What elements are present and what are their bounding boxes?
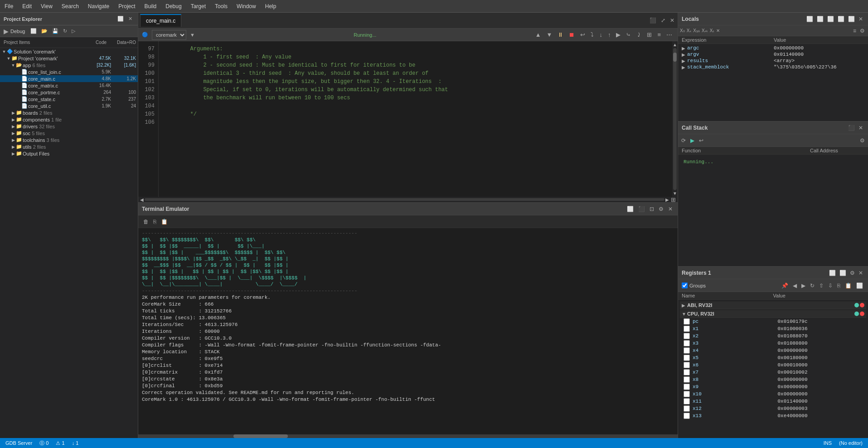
reg-row-x2[interactable]: x2 0x01088070 <box>680 332 866 340</box>
callstack-resume-btn[interactable]: ▶ <box>689 137 696 144</box>
locals-row-argv[interactable]: ▶ argv 0x01140000 <box>680 51 866 58</box>
terminal-icon2-btn[interactable]: ⬛ <box>637 205 646 213</box>
core-state-item[interactable]: 📄 core_state.c 2.7K 237 <box>0 96 138 102</box>
x6-checkbox[interactable] <box>684 362 690 368</box>
debug-settings-btn[interactable]: ▷ <box>70 27 77 35</box>
step-into-btn[interactable]: ↓ <box>597 30 604 39</box>
semihosting-btn[interactable]: ≡ <box>655 30 663 39</box>
reg-row-pc[interactable]: pc 0x0100179c <box>680 318 866 325</box>
panel-close-btn[interactable]: ✕ <box>126 15 134 23</box>
menu-file[interactable]: File <box>0 1 18 11</box>
app-folder[interactable]: ▼ 📂 app 6 files [32.2K] [1.6K] <box>0 62 138 68</box>
callstack-close-btn[interactable]: ✕ <box>857 124 864 131</box>
reg-row-x13[interactable]: x13 0xe4000000 <box>680 412 866 419</box>
x7-checkbox[interactable] <box>684 369 690 375</box>
reg-row-x7[interactable]: x7 0x00010002 <box>680 369 866 376</box>
reg-row-x1[interactable]: x1 0x01000036 <box>680 325 866 332</box>
step-out-btn[interactable]: ↑ <box>606 30 613 39</box>
callstack-icon1-btn[interactable]: ⬛ <box>847 124 856 131</box>
step-over-btn[interactable]: ⤵ <box>589 30 596 39</box>
config-select[interactable]: coremark <box>152 30 186 40</box>
debug-arrow[interactable]: ▶ <box>4 28 9 35</box>
soc-folder[interactable]: ▶ 📁 soc 5 files <box>0 130 138 136</box>
pause-btn[interactable]: ⏸ <box>556 30 565 39</box>
x13-checkbox[interactable] <box>684 413 690 419</box>
editor-vscroll[interactable]: ▲ ▼ <box>672 41 678 197</box>
core-portme-item[interactable]: 📄 core_portme.c 264 100 <box>0 89 138 96</box>
menu-help[interactable]: Help <box>261 1 281 11</box>
x1-checkbox[interactable] <box>684 326 690 332</box>
callstack-step-btn[interactable]: ↩ <box>698 137 705 144</box>
reg-row-x8[interactable]: x8 0x00000000 <box>680 376 866 383</box>
terminal-settings-btn[interactable]: ⚙ <box>657 205 665 213</box>
x5-checkbox[interactable] <box>684 355 690 361</box>
editor-close-btn[interactable]: ✕ <box>669 17 676 24</box>
reg-row-x4[interactable]: x4 0x00000000 <box>680 347 866 354</box>
terminal-icon3-btn[interactable]: ⊡ <box>648 205 655 213</box>
x10-checkbox[interactable] <box>684 391 690 397</box>
locals-row-results[interactable]: ▶ results <array> <box>680 58 866 64</box>
cpu-group-header[interactable]: ▼ CPU, RV32I <box>680 310 866 318</box>
debug-refresh-btn[interactable]: ↻ <box>61 27 69 35</box>
locals-icon1-btn[interactable]: ⬜ <box>805 15 815 23</box>
reg-row-x12[interactable]: x12 0x00000003 <box>680 405 866 412</box>
nav-up-btn[interactable]: ▲ <box>533 30 543 39</box>
panel-minimize-btn[interactable]: ⬜ <box>116 15 126 23</box>
nav-down-btn[interactable]: ▼ <box>545 30 554 39</box>
x9-checkbox[interactable] <box>684 384 690 390</box>
toolchains-folder[interactable]: ▶ 📁 toolchains 3 files <box>0 136 138 143</box>
utils-folder[interactable]: ▶ 📁 utils 2 files <box>0 143 138 150</box>
editor-hscroll[interactable]: ◀ ▶ ⊞ <box>138 197 678 202</box>
menu-view[interactable]: View <box>36 1 57 11</box>
mmu-btn[interactable]: ⊞ <box>645 30 654 39</box>
terminal-clear-btn[interactable]: 🗑 <box>142 218 150 225</box>
reg-row-x10[interactable]: x10 0x00000000 <box>680 390 866 398</box>
editor-float-btn[interactable]: ⤢ <box>659 17 667 24</box>
editor-maximize-btn[interactable]: ⬛ <box>648 17 658 24</box>
more-btn[interactable]: ⋯ <box>664 30 674 39</box>
menu-navigate[interactable]: Navigate <box>83 1 114 11</box>
reg-row-x5[interactable]: x5 0x00180000 <box>680 354 866 361</box>
registers-icon1-btn[interactable]: ⬜ <box>828 269 837 277</box>
core-main-item[interactable]: 📄 core_main.c 4.8K 1.2K <box>0 75 138 82</box>
registers-copy-btn[interactable]: ⎘ <box>836 282 842 289</box>
reg-row-x11[interactable]: x11 0x01140000 <box>680 398 866 405</box>
registers-icon-extra1[interactable]: ⬜ <box>855 282 864 289</box>
abi-group-header[interactable]: ▶ ABI, RV32I <box>680 302 866 309</box>
locals-toolbar-icon1-btn[interactable]: ≡ <box>852 27 858 34</box>
debug-new-btn[interactable]: ⬜ <box>29 27 39 35</box>
registers-forward-btn[interactable]: ▶ <box>800 282 807 289</box>
menu-debug[interactable]: Debug <box>161 1 186 11</box>
callstack-settings-btn[interactable]: ⚙ <box>858 137 866 144</box>
groups-checkbox[interactable] <box>682 282 688 288</box>
x11-checkbox[interactable] <box>684 398 690 404</box>
locals-row-stack-memblock[interactable]: ▶ stack_memblock "\375\035o\005\227\36 <box>680 64 866 70</box>
registers-pin-btn[interactable]: 📌 <box>780 282 790 289</box>
core-util-item[interactable]: 📄 core_util.c 1.9K 24 <box>0 102 138 109</box>
x4-checkbox[interactable] <box>684 347 690 354</box>
menu-window[interactable]: Window <box>232 1 261 11</box>
menu-search[interactable]: Search <box>57 1 83 11</box>
menu-target[interactable]: Target <box>186 1 210 11</box>
registers-paste-btn[interactable]: 📋 <box>844 282 853 289</box>
code-content[interactable]: Arguments: 1 - first seed : Any value 2 … <box>159 41 672 197</box>
terminal-paste-btn[interactable]: 📋 <box>160 218 169 225</box>
menu-build[interactable]: Build <box>140 1 161 11</box>
reg-row-x6[interactable]: x6 0x00010000 <box>680 361 866 369</box>
output-files-folder[interactable]: ▶ 📁 Output Files <box>0 150 138 157</box>
locals-settings-btn[interactable]: ⚙ <box>858 27 866 34</box>
core-list-join-item[interactable]: 📄 core_list_join.c 5.9K <box>0 68 138 75</box>
menu-tools[interactable]: Tools <box>210 1 232 11</box>
terminal-scrollbar-thumb[interactable] <box>233 434 288 438</box>
locals-row-argc[interactable]: ▶ argc 0x00000000 <box>680 45 866 51</box>
registers-settings-btn[interactable]: ⚙ <box>849 269 856 277</box>
locals-close-btn[interactable]: ✕ <box>857 15 864 23</box>
x8-checkbox[interactable] <box>684 376 690 383</box>
project-item[interactable]: ▼ 📁 Project 'coremark' 47.5K 32.1K <box>0 55 138 62</box>
locals-icon4-btn[interactable]: ⬜ <box>836 15 846 23</box>
instruction-step-btn[interactable]: ⤷ <box>624 30 633 39</box>
solution-item[interactable]: ▼ 🔷 Solution 'coremark' <box>0 48 138 55</box>
debug-save-btn[interactable]: 💾 <box>50 27 60 35</box>
x3-checkbox[interactable] <box>684 340 690 346</box>
terminal-close-btn[interactable]: ✕ <box>667 205 674 213</box>
